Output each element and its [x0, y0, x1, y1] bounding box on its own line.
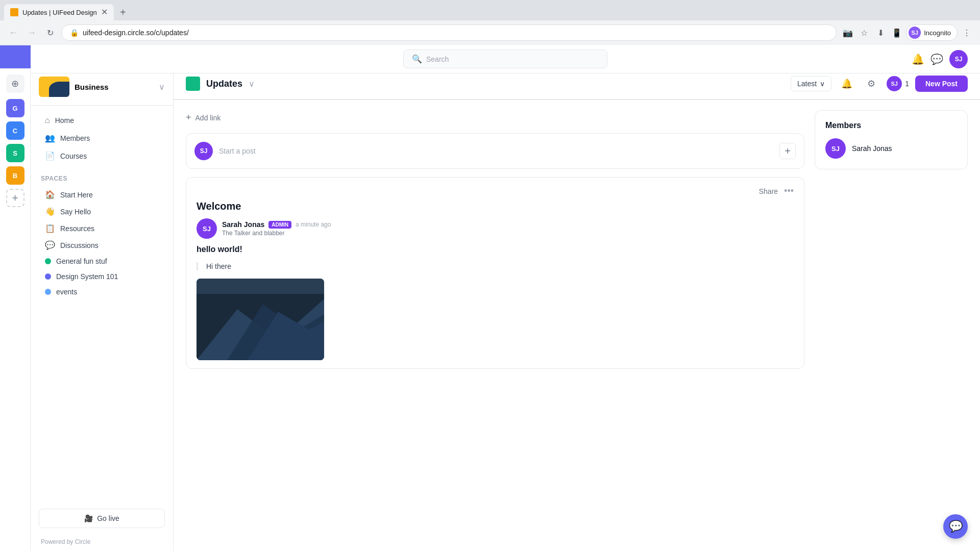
url-text: uifeed-design.circle.so/c/updates/	[83, 29, 189, 37]
post-time: a minute ago	[296, 221, 331, 228]
bell-button[interactable]: 🔔	[838, 74, 856, 93]
settings-button[interactable]: ⚙	[862, 74, 880, 93]
sidebar-icon-b[interactable]: B	[6, 166, 24, 185]
space-item-general[interactable]: General fun stuf	[35, 254, 169, 269]
lock-icon: 🔒	[70, 29, 79, 37]
latest-label: Latest	[797, 80, 817, 88]
space-item-discussions[interactable]: 💬 Discussions	[35, 237, 169, 254]
member-avatar-sm: SJ	[887, 76, 902, 91]
post-image	[197, 279, 324, 360]
tab-title: Updates | UIFeed Design	[22, 9, 97, 16]
share-button[interactable]: Share	[759, 187, 778, 195]
back-button[interactable]: ←	[6, 26, 20, 40]
author-name: Sarah Jonas	[222, 220, 264, 229]
add-link-icon: +	[186, 112, 191, 123]
space-item-say-hello[interactable]: 👋 Say Hello	[35, 203, 169, 220]
post-body: hello world!	[186, 245, 804, 262]
download-icon[interactable]: ⬇	[873, 26, 888, 40]
chat-bubble-icon: 💬	[949, 520, 963, 533]
post-quote: Hi there	[197, 262, 794, 270]
globe-icon[interactable]: ⊕	[6, 74, 24, 93]
add-community-button[interactable]: +	[6, 189, 24, 207]
gear-icon: ⚙	[867, 78, 875, 89]
camera-icon[interactable]: 📷	[841, 26, 855, 40]
quote-text: Hi there	[206, 262, 794, 270]
resources-label: Resources	[60, 224, 94, 233]
more-options-button[interactable]: •••	[784, 186, 794, 196]
browser-chrome: Updates | UIFeed Design ✕ + ← → ↻ 🔒 uife…	[0, 0, 980, 45]
browser-tabs: Updates | UIFeed Design ✕ +	[0, 0, 980, 20]
say-hello-icon: 👋	[45, 207, 55, 216]
discussions-icon: 💬	[45, 240, 55, 250]
chat-bubble-button[interactable]: 💬	[943, 514, 968, 539]
space-title: Updates	[206, 79, 242, 89]
space-item-design-system[interactable]: Design System 101	[35, 269, 169, 284]
main-layout: ⊕ G C S B + Business ∨ ⌂ Home 👥 Members	[0, 68, 980, 551]
sidebar-icon-c[interactable]: C	[6, 121, 24, 140]
messages-icon[interactable]: 💬	[930, 53, 943, 65]
composer-plus-button[interactable]: +	[779, 143, 796, 159]
refresh-button[interactable]: ↻	[43, 26, 57, 40]
tablet-icon[interactable]: 📱	[890, 26, 904, 40]
app-search-bar: 🔍 Search 🔔 💬 SJ	[31, 45, 980, 73]
toolbar-right: 📷 ☆ ⬇ 📱 SJ Incognito ⋮	[841, 24, 974, 41]
bell-icon: 🔔	[841, 78, 852, 89]
brand-name: Business	[69, 83, 159, 91]
top-bar-icons: 🔔 💬 SJ	[912, 50, 968, 68]
space-item-events[interactable]: events	[35, 284, 169, 299]
space-item-resources[interactable]: 📋 Resources	[35, 220, 169, 237]
notifications-icon[interactable]: 🔔	[912, 53, 924, 65]
member-avatar: SJ	[825, 138, 846, 159]
nav-item-courses[interactable]: 📄 Courses	[35, 147, 169, 165]
nav-brand[interactable]: Business ∨	[31, 68, 173, 106]
nav-item-home[interactable]: ⌂ Home	[35, 112, 169, 129]
menu-icon[interactable]: ⋮	[960, 26, 974, 40]
home-icon: ⌂	[45, 116, 50, 125]
go-live-button[interactable]: 🎥 Go live	[39, 509, 165, 528]
sidebar-icon-s[interactable]: S	[6, 144, 24, 162]
post-composer[interactable]: SJ Start a post +	[186, 133, 804, 169]
post-header: Share •••	[186, 178, 804, 201]
member-count-button[interactable]: SJ 1	[887, 76, 909, 91]
sidebar-icon-g[interactable]: G	[6, 99, 24, 117]
author-title: The Talker and blabber	[222, 230, 331, 237]
composer-avatar: SJ	[194, 142, 213, 160]
search-input-bar[interactable]: 🔍 Search	[403, 49, 607, 68]
new-tab-button[interactable]: +	[116, 5, 130, 19]
forward-button[interactable]: →	[24, 26, 39, 40]
feed-sidebar: Members SJ Sarah Jonas	[815, 110, 968, 541]
latest-chevron-icon: ∨	[820, 80, 825, 88]
author-info: Sarah Jonas ADMIN a minute ago The Talke…	[222, 220, 331, 237]
nav-sidebar: Business ∨ ⌂ Home 👥 Members 📄 Courses Sp…	[31, 68, 174, 551]
powered-by: Powered by Circle	[31, 534, 173, 551]
nav-item-members[interactable]: 👥 Members	[35, 129, 169, 147]
space-item-start-here[interactable]: 🏠 Start Here	[35, 186, 169, 203]
brand-logo	[39, 77, 69, 97]
profile-name: Incognito	[924, 29, 951, 37]
courses-label: Courses	[60, 152, 87, 160]
general-label: General fun stuf	[56, 257, 107, 265]
composer-input[interactable]: Start a post	[219, 147, 773, 155]
top-user-avatar[interactable]: SJ	[949, 50, 968, 68]
new-post-button[interactable]: New Post	[915, 76, 968, 92]
title-chevron-icon[interactable]: ∨	[249, 79, 255, 89]
browser-tab[interactable]: Updates | UIFeed Design ✕	[4, 4, 114, 20]
go-live-label: Go live	[97, 514, 119, 522]
add-link[interactable]: + Add link	[186, 110, 804, 125]
svg-rect-4	[197, 279, 324, 294]
author-name-row: Sarah Jonas ADMIN a minute ago	[222, 220, 331, 229]
brand-chevron-icon: ∨	[159, 82, 165, 92]
latest-dropdown[interactable]: Latest ∨	[791, 76, 831, 91]
start-here-icon: 🏠	[45, 190, 55, 199]
browser-toolbar: ← → ↻ 🔒 uifeed-design.circle.so/c/update…	[0, 20, 980, 45]
home-label: Home	[55, 116, 74, 124]
resources-icon: 📋	[45, 223, 55, 233]
post-card: Share ••• Welcome SJ Sarah Jonas	[186, 177, 804, 369]
browser-profile-button[interactable]: SJ Incognito	[906, 24, 958, 41]
address-bar[interactable]: 🔒 uifeed-design.circle.so/c/updates/	[61, 24, 837, 41]
courses-icon: 📄	[45, 151, 55, 161]
tab-close-icon[interactable]: ✕	[101, 8, 108, 16]
profile-avatar: SJ	[909, 27, 921, 39]
star-icon[interactable]: ☆	[857, 26, 871, 40]
members-section-title: Members	[825, 121, 957, 130]
